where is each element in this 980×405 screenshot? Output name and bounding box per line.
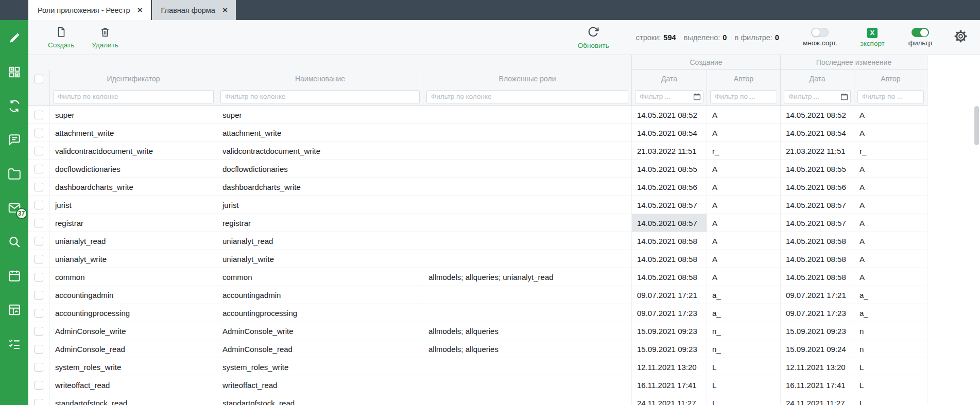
pencil-icon[interactable]: [8, 31, 21, 45]
row-checkbox[interactable]: [35, 147, 43, 155]
cell-modified-date: 14.05.2021 08:58: [781, 232, 854, 250]
calendar-icon[interactable]: [840, 93, 848, 100]
cell-modified-author: A: [854, 268, 927, 286]
row-checkbox[interactable]: [35, 399, 43, 405]
table-row[interactable]: unianalyt_write unianalyt_write 14.05.20…: [28, 250, 927, 268]
filter-nested-roles-input[interactable]: [426, 90, 628, 103]
settings-button[interactable]: [954, 29, 968, 45]
row-checkbox[interactable]: [35, 183, 43, 191]
table-row[interactable]: jurist jurist 14.05.2021 08:57 A 14.05.2…: [28, 196, 927, 214]
filter-modified-author-input[interactable]: [857, 90, 924, 103]
cell-name: standartofstock_read: [217, 394, 423, 405]
column-header-modified-date[interactable]: Дата: [781, 70, 854, 87]
cell-modified-date: 14.05.2021 08:52: [781, 106, 854, 124]
row-checkbox[interactable]: [35, 363, 43, 372]
tab-main-form[interactable]: Главная форма ×: [152, 0, 236, 20]
row-checkbox[interactable]: [35, 327, 43, 336]
row-checkbox[interactable]: [35, 291, 43, 300]
row-checkbox[interactable]: [35, 345, 43, 354]
sync-icon[interactable]: [8, 99, 21, 113]
column-header-identifier[interactable]: Идентификатор: [50, 70, 217, 87]
table-row[interactable]: AdminConsole_write AdminConsole_write al…: [28, 322, 927, 340]
cell-modified-author: r_: [854, 142, 927, 160]
column-header-nested-roles[interactable]: Вложенные роли: [423, 70, 632, 87]
row-checkbox[interactable]: [35, 309, 43, 318]
filter-identifier-input[interactable]: [53, 90, 214, 103]
table-row[interactable]: registrar registrar 14.05.2021 08:57 A 1…: [28, 214, 927, 232]
calendar-icon[interactable]: [8, 269, 21, 283]
folder-icon[interactable]: [8, 167, 21, 181]
table-row[interactable]: super super 14.05.2021 08:52 A 14.05.202…: [28, 106, 927, 124]
column-header-created-date[interactable]: Дата: [632, 70, 707, 87]
cell-created-author: A: [707, 250, 781, 268]
cell-created-date: 12.11.2021 13:20: [632, 358, 707, 376]
filtered-count: в фильтре:0: [734, 33, 779, 42]
cell-created-date: 21.03.2022 11:51: [632, 142, 707, 160]
table-row[interactable]: accountingprocessing accountingprocessin…: [28, 304, 927, 322]
cell-created-author: a_: [707, 304, 781, 322]
cell-created-author: A: [707, 106, 781, 124]
cell-identifier: attachment_write: [50, 124, 217, 142]
filter-toggle[interactable]: фильтр: [908, 28, 932, 47]
cell-nested-roles: [423, 142, 632, 160]
cell-modified-date: 14.05.2021 08:56: [781, 178, 854, 196]
table-row[interactable]: writeoffact_read writeoffact_read 16.11.…: [28, 376, 927, 394]
select-all-checkbox[interactable]: [35, 75, 43, 83]
table-row[interactable]: validcontractdocument_write validcontrac…: [28, 142, 927, 160]
grid-icon[interactable]: [8, 65, 21, 79]
close-icon[interactable]: ×: [137, 6, 143, 14]
mail-icon[interactable]: 37: [8, 201, 21, 215]
table-row[interactable]: common common allmodels; allqueries; uni…: [28, 268, 927, 286]
calendar-icon[interactable]: [693, 93, 701, 100]
table-row[interactable]: AdminConsole_read AdminConsole_read allm…: [28, 340, 927, 358]
row-checkbox[interactable]: [35, 201, 43, 209]
cell-identifier: validcontractdocument_write: [50, 142, 217, 160]
cell-modified-author: A: [854, 160, 927, 178]
vertical-scrollbar[interactable]: [974, 106, 979, 405]
cell-nested-roles: [423, 106, 632, 124]
table-icon[interactable]: [8, 303, 21, 316]
tab-label: Роли приложения - Реестр: [38, 6, 130, 14]
close-icon[interactable]: ×: [222, 6, 228, 14]
export-button[interactable]: X экспорт: [860, 28, 885, 47]
column-header-modified-author[interactable]: Автор: [854, 70, 927, 87]
filter-created-author-input[interactable]: [710, 90, 777, 103]
checklist-icon[interactable]: [8, 337, 21, 350]
cell-nested-roles: [423, 304, 632, 322]
table-row[interactable]: standartofstock_read standartofstock_rea…: [28, 394, 927, 405]
refresh-button[interactable]: Обновить: [578, 26, 609, 49]
tab-roles-registry[interactable]: Роли приложения - Реестр ×: [28, 0, 151, 20]
column-header-name[interactable]: Наименование: [217, 70, 423, 87]
row-checkbox[interactable]: [35, 381, 43, 390]
table-row[interactable]: system_roles_write system_roles_write 12…: [28, 358, 927, 376]
table-row[interactable]: docflowdictionaries docflowdictionaries …: [28, 160, 927, 178]
delete-button[interactable]: Удалить: [92, 26, 118, 49]
cell-identifier: unianalyt_write: [50, 250, 217, 268]
filter-empty-cell: [28, 87, 50, 105]
cell-created-date: 14.05.2021 08:56: [632, 178, 707, 196]
cell-created-author: A: [707, 178, 781, 196]
row-checkbox[interactable]: [35, 219, 43, 227]
create-button[interactable]: Создать: [48, 26, 74, 49]
search-icon[interactable]: [8, 235, 21, 249]
table-body: super super 14.05.2021 08:52 A 14.05.202…: [28, 106, 927, 405]
multisort-toggle[interactable]: множ.сорт.: [803, 28, 837, 47]
filter-name-input[interactable]: [220, 90, 420, 103]
row-checkbox[interactable]: [35, 237, 43, 245]
cell-identifier: AdminConsole_read: [50, 340, 217, 358]
column-header-created-author[interactable]: Автор: [707, 70, 781, 87]
table-row[interactable]: accountingadmin accountingadmin 09.07.20…: [28, 286, 927, 304]
toggle-on-icon[interactable]: [912, 28, 929, 37]
table-row[interactable]: attachment_write attachment_write 14.05.…: [28, 124, 927, 142]
row-checkbox[interactable]: [35, 165, 43, 173]
table-row[interactable]: unianalyt_read unianalyt_read 14.05.2021…: [28, 232, 927, 250]
row-checkbox[interactable]: [35, 273, 43, 281]
row-checkbox[interactable]: [35, 111, 43, 119]
scrollbar-thumb[interactable]: [974, 106, 979, 145]
table-row[interactable]: dashboardcharts_write dashboardcharts_wr…: [28, 178, 927, 196]
chat-icon[interactable]: [8, 133, 21, 147]
row-checkbox[interactable]: [35, 129, 43, 137]
cell-created-date: 14.05.2021 08:52: [632, 106, 707, 124]
row-checkbox[interactable]: [35, 255, 43, 263]
toggle-off-icon[interactable]: [811, 28, 829, 37]
